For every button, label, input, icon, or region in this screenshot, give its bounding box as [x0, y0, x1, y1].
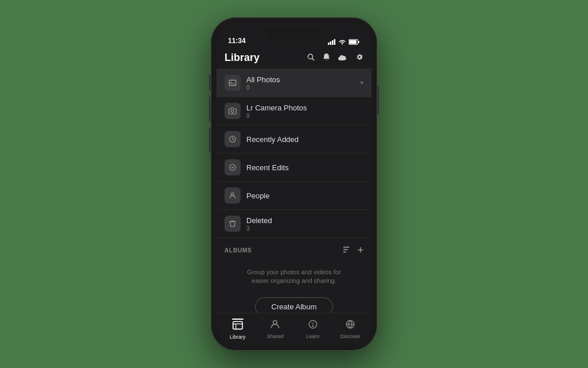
people-icon: [225, 187, 241, 204]
phone-screen: 11:34: [216, 23, 372, 345]
albums-empty: Group your photos and videos foreasier o…: [225, 262, 363, 294]
svg-point-29: [312, 325, 314, 327]
signal-icon: [328, 39, 336, 45]
svg-rect-2: [332, 40, 334, 45]
battery-icon: [349, 39, 360, 45]
settings-icon[interactable]: [355, 53, 363, 63]
list-item-recent-edits[interactable]: Recent Edits: [216, 154, 372, 182]
all-photos-label: All Photos: [246, 75, 360, 84]
learn-tab-label: Learn: [306, 334, 319, 339]
deleted-label: Deleted: [246, 216, 363, 225]
tab-bar: Library Shared: [216, 313, 372, 345]
wifi-icon: [338, 39, 346, 45]
all-photos-icon: [225, 75, 241, 91]
recent-edits-icon: [225, 159, 241, 175]
recent-edits-label: Recent Edits: [246, 163, 363, 172]
svg-rect-3: [334, 39, 336, 45]
header-icons: [307, 53, 363, 63]
tab-learn[interactable]: Learn: [294, 319, 332, 339]
albums-header: ALBUMS +: [225, 245, 363, 255]
discover-tab-label: Discover: [341, 334, 361, 339]
albums-label: ALBUMS: [225, 247, 252, 254]
app-header: Library: [216, 48, 372, 69]
learn-tab-icon: [308, 319, 318, 332]
shared-tab-label: Shared: [267, 334, 284, 339]
library-tab-label: Library: [230, 334, 246, 340]
svg-line-9: [312, 59, 314, 60]
list-item-recently-added[interactable]: Recently Added: [216, 125, 372, 154]
tab-discover[interactable]: Discover: [332, 319, 370, 339]
albums-section: ALBUMS + Group your photos and: [216, 238, 372, 313]
people-label: People: [246, 191, 363, 200]
shared-tab-icon: [269, 319, 281, 332]
list-item-people[interactable]: People: [216, 182, 372, 210]
status-icons: [328, 39, 360, 45]
deleted-text: Deleted 3: [246, 216, 363, 232]
all-photos-chevron: ▾: [360, 79, 363, 87]
create-album-button[interactable]: Create Album: [255, 297, 334, 313]
svg-point-4: [342, 43, 343, 44]
svg-rect-23: [233, 321, 242, 329]
people-text: People: [246, 191, 363, 200]
deleted-icon: [225, 216, 241, 232]
lr-camera-label: Lr Camera Photos: [246, 103, 363, 112]
recently-added-label: Recently Added: [246, 135, 363, 144]
power-button: [377, 86, 379, 115]
notch: [265, 28, 323, 41]
svg-point-12: [231, 110, 234, 113]
recently-added-text: Recently Added: [246, 135, 363, 144]
svg-rect-7: [349, 40, 357, 44]
svg-point-15: [231, 193, 234, 195]
svg-rect-0: [328, 43, 330, 45]
list-item-all-photos[interactable]: All Photos 0 ▾: [216, 69, 372, 97]
lr-camera-count: 0: [246, 113, 363, 119]
all-photos-text: All Photos 0: [246, 75, 360, 91]
recent-edits-text: Recent Edits: [246, 163, 363, 172]
add-album-icon[interactable]: +: [357, 245, 363, 255]
albums-empty-text: Group your photos and videos foreasier o…: [236, 268, 352, 286]
sort-icon[interactable]: [343, 246, 351, 255]
library-content: All Photos 0 ▾ Lr Camera Photos 0: [216, 69, 372, 313]
header-title: Library: [225, 52, 260, 64]
search-icon[interactable]: [307, 53, 315, 63]
status-time: 11:34: [228, 37, 246, 45]
svg-point-26: [273, 320, 277, 324]
notifications-icon[interactable]: [323, 53, 330, 63]
create-album-container: Create Album: [225, 294, 363, 313]
cloud-icon[interactable]: [338, 53, 347, 63]
all-photos-count: 0: [246, 85, 360, 91]
recently-added-icon: [225, 131, 241, 147]
lr-camera-text: Lr Camera Photos 0: [246, 103, 363, 119]
list-item-deleted[interactable]: Deleted 3: [216, 210, 372, 238]
volume-down-button: [209, 128, 211, 153]
svg-rect-1: [330, 41, 332, 45]
tab-library[interactable]: Library: [219, 319, 257, 340]
lr-camera-icon: [225, 103, 241, 119]
volume-up-button: [209, 97, 211, 122]
svg-rect-6: [358, 41, 359, 43]
albums-actions: +: [343, 245, 363, 255]
mute-button: [209, 75, 211, 91]
tab-shared[interactable]: Shared: [257, 319, 295, 339]
deleted-count: 3: [246, 225, 363, 232]
phone-frame: 11:34: [211, 17, 377, 351]
library-tab-icon: [232, 320, 243, 333]
discover-tab-icon: [345, 319, 355, 332]
list-item-lr-camera[interactable]: Lr Camera Photos 0: [216, 97, 372, 125]
